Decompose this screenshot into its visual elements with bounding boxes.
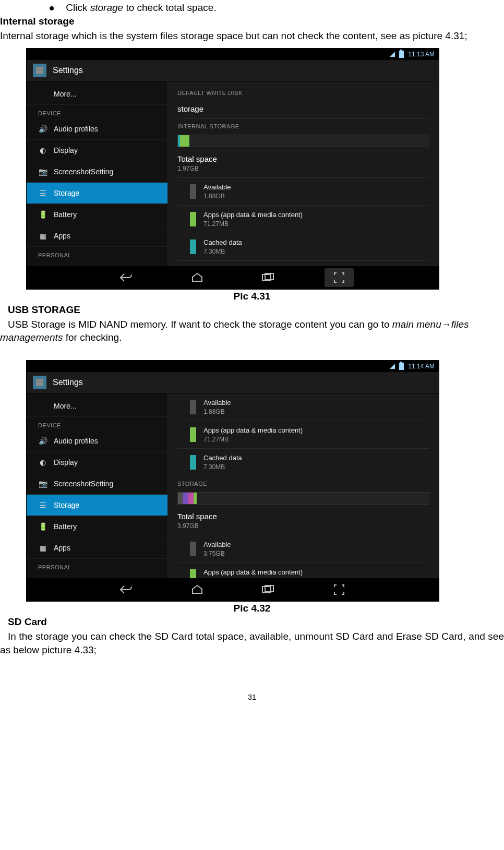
title-text: Settings	[53, 66, 83, 75]
sidebar-item-display[interactable]: ◐ Display	[27, 452, 167, 473]
row-apps[interactable]: Apps (app data & media content) 71.27MB	[177, 206, 429, 233]
clock: 11:13 AM	[408, 51, 435, 58]
content-pane: Available 1.88GB Apps (app data & media …	[168, 393, 439, 578]
sidebar-header-personal: PERSONAL	[27, 247, 167, 260]
row-available[interactable]: Available 1.88GB	[177, 178, 429, 206]
title-text: Settings	[53, 378, 83, 387]
nav-screenshot-button[interactable]	[325, 580, 354, 599]
sidebar-item-audio[interactable]: 🔊 Audio profiles	[27, 430, 167, 452]
swatch-green	[190, 212, 196, 226]
row-value: 71.27MB	[203, 220, 303, 228]
row-available-2[interactable]: Available 3.75GB	[177, 535, 429, 563]
sidebar-item-screenshot[interactable]: 📷 ScreenshotSetting	[27, 473, 167, 495]
bar-seg-grey	[178, 493, 183, 504]
row-value: 3.75GB	[203, 550, 231, 557]
display-icon: ◐	[38, 458, 47, 467]
row-cached[interactable]: Cached data 7.30MB	[177, 233, 429, 261]
row-label: Total space	[177, 512, 429, 521]
row-value: 3.97GB	[177, 522, 429, 530]
bullet-click-storage: Click storage to check total space.	[50, 2, 504, 14]
sidebar-item-apps[interactable]: ▦ Apps	[27, 225, 167, 247]
row-label: Apps (app data & media content)	[203, 568, 303, 576]
bar-seg-green	[180, 135, 189, 147]
sidebar-item-display[interactable]: ◐ Display	[27, 140, 167, 161]
sidebar-item-label: Display	[54, 146, 78, 154]
battery-icon: 🔋	[38, 522, 47, 531]
wifi-icon	[390, 364, 395, 369]
nav-screenshot-button[interactable]	[325, 268, 354, 287]
navbar	[27, 578, 439, 601]
sidebar-item-apps[interactable]: ▦ Apps	[27, 537, 167, 559]
bullet-text-em: storage	[90, 2, 123, 13]
sidebar-item-label: Audio profiles	[54, 437, 98, 445]
sidebar-item-battery[interactable]: 🔋 Battery	[27, 516, 167, 537]
sidebar-item-label: ScreenshotSetting	[54, 167, 113, 176]
section-storage: STORAGE	[177, 476, 429, 490]
sidebar-header-device: DEVICE	[27, 417, 167, 430]
battery-icon	[399, 51, 404, 58]
swatch-green	[190, 427, 196, 442]
titlebar: Settings	[27, 372, 439, 393]
row-cached[interactable]: Cached data 7.30MB	[177, 449, 429, 476]
row-value: 1.97GB	[177, 165, 429, 172]
sidebar-item-more[interactable]: More...	[27, 83, 167, 105]
display-icon: ◐	[38, 146, 47, 155]
sidebar-item-storage[interactable]: ☰ Storage	[27, 495, 167, 516]
sidebar-item-storage[interactable]: ☰ Storage	[27, 183, 167, 204]
titlebar: Settings	[27, 60, 439, 81]
apps-icon: ▦	[38, 231, 47, 241]
wifi-icon	[390, 52, 395, 57]
row-label: Available	[203, 399, 231, 406]
row-storage[interactable]: storage	[177, 99, 429, 119]
sidebar-item-battery[interactable]: 🔋 Battery	[27, 204, 167, 225]
heading-sd-card: SD Card	[8, 616, 504, 628]
nav-back-button[interactable]	[112, 268, 141, 287]
screenshot-432: 11:14 AM Settings More... DEVICE 🔊 Audio…	[26, 360, 439, 602]
swatch-grey	[190, 542, 196, 556]
nav-recent-button[interactable]	[254, 580, 283, 599]
nav-recent-button[interactable]	[254, 268, 283, 287]
bar-seg-pink	[188, 493, 194, 504]
row-label: Cached data	[203, 454, 242, 462]
row-value: 7.30MB	[203, 248, 242, 255]
sidebar: More... DEVICE 🔊 Audio profiles ◐ Displa…	[27, 81, 168, 266]
statusbar: 11:13 AM	[27, 49, 439, 60]
audio-icon: 🔊	[38, 124, 47, 134]
heading-usb-storage: USB STORAGE	[8, 304, 504, 316]
row-label: Apps (app data & media content)	[203, 211, 303, 219]
row-total[interactable]: Total space 1.97GB	[177, 149, 429, 178]
nav-home-button[interactable]	[183, 268, 212, 287]
bar-seg-purple	[183, 493, 188, 504]
row-apps-2[interactable]: Apps (app data & media content) 136KB	[177, 563, 429, 578]
sidebar-item-label: Display	[54, 458, 78, 466]
sidebar-item-screenshot[interactable]: 📷 ScreenshotSetting	[27, 161, 167, 183]
para-usb-prefix: USB Storage is MID NAND memory. If want …	[8, 319, 392, 330]
bullet-text-suffix: to check total space.	[123, 2, 217, 13]
statusbar: 11:14 AM	[27, 361, 439, 372]
sidebar-item-label: More...	[54, 402, 77, 410]
nav-home-button[interactable]	[183, 580, 212, 599]
battery-icon: 🔋	[38, 210, 47, 219]
settings-icon	[33, 376, 46, 389]
row-total-2[interactable]: Total space 3.97GB	[177, 507, 429, 535]
nav-back-button[interactable]	[112, 580, 141, 599]
settings-icon	[33, 64, 46, 77]
heading-internal-storage: Internal storage	[0, 16, 504, 27]
row-apps[interactable]: Apps (app data & media content) 71.27MB	[177, 421, 429, 449]
sidebar-item-label: Battery	[54, 522, 77, 531]
clock: 11:14 AM	[408, 363, 435, 370]
content-pane: DEFAULT WRITE DISK storage INTERNAL STOR…	[168, 81, 439, 266]
storage-icon: ☰	[38, 500, 47, 510]
swatch-teal	[190, 455, 196, 470]
para-internal-storage: Internal storage which is the system fil…	[0, 29, 504, 43]
storage-icon: ☰	[38, 188, 47, 198]
row-value: 1.88GB	[203, 193, 231, 200]
sidebar-item-label: ScreenshotSetting	[54, 480, 113, 488]
sidebar-item-audio[interactable]: 🔊 Audio profiles	[27, 118, 167, 140]
row-available[interactable]: Available 1.88GB	[177, 398, 429, 421]
sidebar-header-personal: PERSONAL	[27, 559, 167, 572]
para-sd-text: In the storage you can check the SD Card…	[0, 631, 504, 655]
row-label: Cached data	[203, 238, 242, 246]
sidebar-item-more[interactable]: More...	[27, 396, 167, 417]
row-value: 71.27MB	[203, 436, 303, 443]
